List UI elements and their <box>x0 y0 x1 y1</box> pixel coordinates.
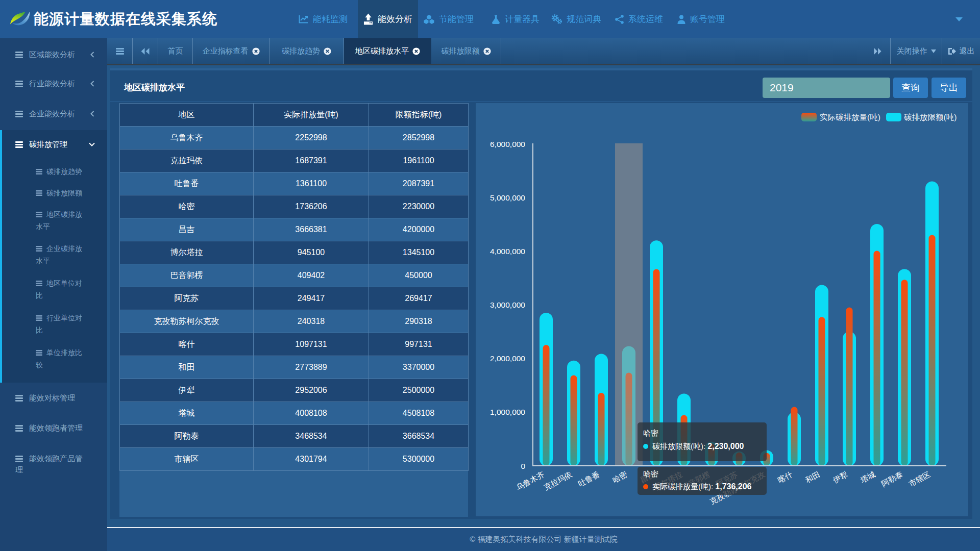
svg-text:伊犁: 伊犁 <box>831 470 849 485</box>
svg-text:哈密: 哈密 <box>611 470 628 485</box>
svg-text:4,000,000: 4,000,000 <box>490 247 525 256</box>
svg-text:和田: 和田 <box>804 470 821 485</box>
svg-text:碳排放限额(吨): 碳排放限额(吨) <box>904 113 957 121</box>
svg-text:0: 0 <box>521 462 525 470</box>
svg-text:克拉玛依: 克拉玛依 <box>542 470 573 492</box>
svg-text:乌鲁木齐: 乌鲁木齐 <box>514 470 546 492</box>
svg-text:喀什: 喀什 <box>776 470 794 485</box>
svg-text:阿勒泰: 阿勒泰 <box>880 470 904 488</box>
svg-text:5,000,000: 5,000,000 <box>490 193 525 202</box>
svg-text:6,000,000: 6,000,000 <box>490 140 525 148</box>
svg-text:市辖区: 市辖区 <box>908 470 932 488</box>
svg-text:吐鲁番: 吐鲁番 <box>577 470 601 488</box>
svg-text:实际碳排放量(吨): 实际碳排放量(吨) <box>820 113 880 121</box>
svg-text:2,000,000: 2,000,000 <box>490 354 525 363</box>
svg-text:3,000,000: 3,000,000 <box>490 300 525 309</box>
svg-text:塔城: 塔城 <box>859 470 876 485</box>
svg-text:1,000,000: 1,000,000 <box>490 408 525 416</box>
